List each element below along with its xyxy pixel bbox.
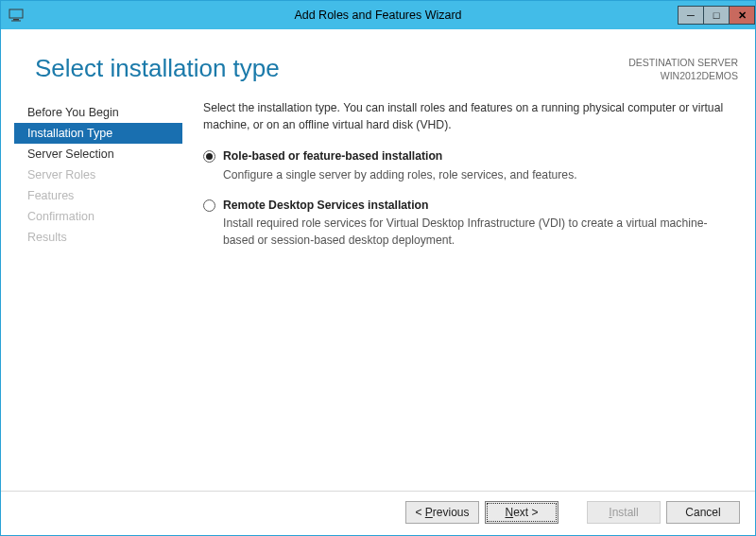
step-confirmation: Confirmation: [14, 206, 182, 227]
destination-info: DESTINATION SERVER WIN2012DEMOS: [628, 56, 738, 82]
svg-rect-1: [13, 19, 19, 21]
radio-role-based[interactable]: [203, 150, 215, 163]
window-title: Add Roles and Features Wizard: [1, 9, 755, 22]
footer: < Previous Next > Install Cancel: [1, 491, 755, 535]
svg-rect-0: [9, 9, 23, 18]
maximize-button[interactable]: □: [703, 6, 730, 25]
server-manager-icon: [9, 8, 24, 23]
svg-rect-2: [11, 21, 21, 22]
wizard-window: Add Roles and Features Wizard ─ □ ✕ Sele…: [0, 0, 756, 536]
page-title: Select installation type: [35, 54, 280, 83]
titlebar: Add Roles and Features Wizard ─ □ ✕: [1, 1, 755, 29]
option-title: Remote Desktop Services installation: [223, 198, 736, 215]
step-installation-type[interactable]: Installation Type: [14, 123, 182, 144]
radio-rds[interactable]: [203, 199, 215, 212]
option-rds[interactable]: Remote Desktop Services installation Ins…: [203, 198, 736, 250]
step-features: Features: [14, 185, 182, 206]
option-desc: Install required role services for Virtu…: [223, 216, 736, 249]
option-desc: Configure a single server by adding role…: [223, 167, 736, 184]
header-row: Select installation type DESTINATION SER…: [14, 54, 742, 83]
sidebar: Before You Begin Installation Type Serve…: [14, 100, 182, 491]
step-results: Results: [14, 227, 182, 248]
body: Before You Begin Installation Type Serve…: [14, 100, 742, 491]
option-title: Role-based or feature-based installation: [223, 148, 736, 165]
install-button: Install: [587, 501, 661, 524]
next-button[interactable]: Next >: [485, 501, 558, 524]
step-server-selection[interactable]: Server Selection: [14, 144, 182, 164]
step-server-roles: Server Roles: [14, 164, 182, 185]
cancel-button[interactable]: Cancel: [666, 501, 740, 524]
step-before-you-begin[interactable]: Before You Begin: [14, 102, 182, 123]
intro-text: Select the installation type. You can in…: [203, 100, 736, 133]
main-panel: Select the installation type. You can in…: [182, 100, 742, 491]
close-button[interactable]: ✕: [729, 6, 755, 25]
previous-button[interactable]: < Previous: [405, 501, 479, 524]
minimize-button[interactable]: ─: [678, 6, 704, 25]
option-role-based[interactable]: Role-based or feature-based installation…: [203, 148, 736, 183]
destination-label: DESTINATION SERVER: [628, 56, 738, 69]
destination-value: WIN2012DEMOS: [628, 69, 738, 82]
content-area: Select installation type DESTINATION SER…: [1, 29, 755, 491]
window-controls: ─ □ ✕: [679, 6, 755, 25]
